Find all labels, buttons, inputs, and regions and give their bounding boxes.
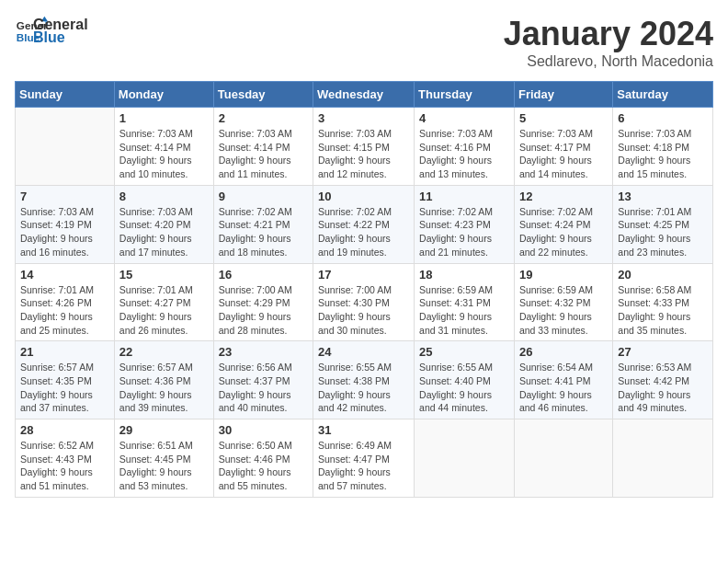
calendar-cell: 12Sunrise: 7:02 AMSunset: 4:24 PMDayligh… <box>514 185 612 263</box>
day-info: Sunrise: 6:53 AMSunset: 4:42 PMDaylight:… <box>618 361 708 415</box>
calendar-cell: 10Sunrise: 7:02 AMSunset: 4:22 PMDayligh… <box>313 185 415 263</box>
day-info: Sunrise: 7:03 AMSunset: 4:19 PMDaylight:… <box>20 205 109 259</box>
day-info: Sunrise: 6:49 AMSunset: 4:47 PMDaylight:… <box>318 439 409 493</box>
calendar-week-row: 28Sunrise: 6:52 AMSunset: 4:43 PMDayligh… <box>16 419 713 498</box>
calendar-week-row: 7Sunrise: 7:03 AMSunset: 4:19 PMDaylight… <box>16 185 713 263</box>
calendar-cell: 2Sunrise: 7:03 AMSunset: 4:14 PMDaylight… <box>213 108 313 186</box>
calendar-cell: 7Sunrise: 7:03 AMSunset: 4:19 PMDaylight… <box>16 185 115 263</box>
calendar-cell: 22Sunrise: 6:57 AMSunset: 4:36 PMDayligh… <box>114 341 213 419</box>
weekday-header-saturday: Saturday <box>613 82 713 108</box>
day-info: Sunrise: 6:55 AMSunset: 4:38 PMDaylight:… <box>318 361 409 415</box>
weekday-header-thursday: Thursday <box>415 82 515 108</box>
day-number: 23 <box>219 345 308 359</box>
day-number: 10 <box>318 190 409 203</box>
calendar-cell <box>16 108 115 186</box>
day-number: 12 <box>519 190 608 203</box>
calendar-cell <box>415 419 515 498</box>
day-number: 4 <box>419 111 509 125</box>
day-info: Sunrise: 6:59 AMSunset: 4:32 PMDaylight:… <box>519 283 608 338</box>
weekday-header-tuesday: Tuesday <box>213 82 313 108</box>
day-info: Sunrise: 6:58 AMSunset: 4:33 PMDaylight:… <box>618 283 708 338</box>
calendar-cell: 14Sunrise: 7:01 AMSunset: 4:26 PMDayligh… <box>16 263 115 341</box>
calendar-cell: 25Sunrise: 6:55 AMSunset: 4:40 PMDayligh… <box>415 341 515 419</box>
day-info: Sunrise: 7:03 AMSunset: 4:17 PMDaylight:… <box>519 127 608 181</box>
weekday-header-row: SundayMondayTuesdayWednesdayThursdayFrid… <box>16 82 713 108</box>
day-number: 26 <box>519 345 608 359</box>
day-info: Sunrise: 7:02 AMSunset: 4:22 PMDaylight:… <box>318 205 409 259</box>
day-number: 11 <box>419 190 509 203</box>
calendar-cell: 5Sunrise: 7:03 AMSunset: 4:17 PMDaylight… <box>514 108 612 186</box>
day-number: 3 <box>318 111 409 125</box>
calendar-cell: 19Sunrise: 6:59 AMSunset: 4:32 PMDayligh… <box>514 263 612 341</box>
day-info: Sunrise: 7:00 AMSunset: 4:30 PMDaylight:… <box>318 283 409 338</box>
logo: General Blue General Blue <box>15 15 88 48</box>
calendar-cell <box>514 419 612 498</box>
day-info: Sunrise: 6:55 AMSunset: 4:40 PMDaylight:… <box>419 361 509 415</box>
calendar-table: SundayMondayTuesdayWednesdayThursdayFrid… <box>15 81 713 498</box>
day-info: Sunrise: 6:57 AMSunset: 4:35 PMDaylight:… <box>20 361 109 415</box>
day-number: 6 <box>618 111 708 125</box>
calendar-cell: 9Sunrise: 7:02 AMSunset: 4:21 PMDaylight… <box>213 185 313 263</box>
day-info: Sunrise: 7:03 AMSunset: 4:15 PMDaylight:… <box>318 127 409 181</box>
day-info: Sunrise: 7:01 AMSunset: 4:26 PMDaylight:… <box>20 283 109 338</box>
day-info: Sunrise: 6:52 AMSunset: 4:43 PMDaylight:… <box>20 439 109 493</box>
day-info: Sunrise: 6:54 AMSunset: 4:41 PMDaylight:… <box>519 361 608 415</box>
day-info: Sunrise: 6:51 AMSunset: 4:45 PMDaylight:… <box>119 439 209 493</box>
day-number: 27 <box>618 345 708 359</box>
calendar-cell: 29Sunrise: 6:51 AMSunset: 4:45 PMDayligh… <box>114 419 213 498</box>
day-info: Sunrise: 7:03 AMSunset: 4:16 PMDaylight:… <box>419 127 509 181</box>
day-number: 2 <box>219 111 308 125</box>
day-info: Sunrise: 6:57 AMSunset: 4:36 PMDaylight:… <box>119 361 209 415</box>
calendar-cell: 27Sunrise: 6:53 AMSunset: 4:42 PMDayligh… <box>613 341 713 419</box>
logo-blue: Blue <box>33 29 88 46</box>
day-number: 18 <box>419 268 509 282</box>
day-number: 5 <box>519 111 608 125</box>
day-number: 25 <box>419 345 509 359</box>
calendar-cell: 15Sunrise: 7:01 AMSunset: 4:27 PMDayligh… <box>114 263 213 341</box>
day-info: Sunrise: 6:56 AMSunset: 4:37 PMDaylight:… <box>219 361 308 415</box>
day-number: 22 <box>119 345 209 359</box>
day-number: 30 <box>219 423 308 437</box>
weekday-header-friday: Friday <box>514 82 612 108</box>
day-info: Sunrise: 7:02 AMSunset: 4:23 PMDaylight:… <box>419 205 509 259</box>
calendar-cell: 31Sunrise: 6:49 AMSunset: 4:47 PMDayligh… <box>313 419 415 498</box>
calendar-cell: 16Sunrise: 7:00 AMSunset: 4:29 PMDayligh… <box>213 263 313 341</box>
day-info: Sunrise: 7:00 AMSunset: 4:29 PMDaylight:… <box>219 283 308 338</box>
calendar-cell: 23Sunrise: 6:56 AMSunset: 4:37 PMDayligh… <box>213 341 313 419</box>
day-number: 20 <box>618 268 708 282</box>
day-number: 29 <box>119 423 209 437</box>
day-number: 1 <box>119 111 209 125</box>
calendar-cell: 17Sunrise: 7:00 AMSunset: 4:30 PMDayligh… <box>313 263 415 341</box>
day-info: Sunrise: 7:03 AMSunset: 4:14 PMDaylight:… <box>219 127 308 181</box>
calendar-cell: 4Sunrise: 7:03 AMSunset: 4:16 PMDaylight… <box>415 108 515 186</box>
calendar-cell: 1Sunrise: 7:03 AMSunset: 4:14 PMDaylight… <box>114 108 213 186</box>
calendar-cell: 13Sunrise: 7:01 AMSunset: 4:25 PMDayligh… <box>613 185 713 263</box>
day-number: 19 <box>519 268 608 282</box>
calendar-cell: 30Sunrise: 6:50 AMSunset: 4:46 PMDayligh… <box>213 419 313 498</box>
day-number: 15 <box>119 268 209 282</box>
calendar-cell: 8Sunrise: 7:03 AMSunset: 4:20 PMDaylight… <box>114 185 213 263</box>
day-number: 21 <box>20 345 109 359</box>
day-number: 14 <box>20 268 109 282</box>
day-info: Sunrise: 7:02 AMSunset: 4:21 PMDaylight:… <box>219 205 308 259</box>
calendar-cell: 20Sunrise: 6:58 AMSunset: 4:33 PMDayligh… <box>613 263 713 341</box>
day-number: 24 <box>318 345 409 359</box>
day-info: Sunrise: 6:50 AMSunset: 4:46 PMDaylight:… <box>219 439 308 493</box>
calendar-cell: 28Sunrise: 6:52 AMSunset: 4:43 PMDayligh… <box>16 419 115 498</box>
day-info: Sunrise: 7:02 AMSunset: 4:24 PMDaylight:… <box>519 205 608 259</box>
day-info: Sunrise: 7:01 AMSunset: 4:25 PMDaylight:… <box>618 205 708 259</box>
calendar-cell: 24Sunrise: 6:55 AMSunset: 4:38 PMDayligh… <box>313 341 415 419</box>
calendar-cell: 21Sunrise: 6:57 AMSunset: 4:35 PMDayligh… <box>16 341 115 419</box>
calendar-week-row: 21Sunrise: 6:57 AMSunset: 4:35 PMDayligh… <box>16 341 713 419</box>
calendar-cell: 11Sunrise: 7:02 AMSunset: 4:23 PMDayligh… <box>415 185 515 263</box>
calendar-cell: 3Sunrise: 7:03 AMSunset: 4:15 PMDaylight… <box>313 108 415 186</box>
day-info: Sunrise: 7:03 AMSunset: 4:14 PMDaylight:… <box>119 127 209 181</box>
title-area: January 2024 Sedlarevo, North Macedonia <box>504 15 713 70</box>
calendar-week-row: 1Sunrise: 7:03 AMSunset: 4:14 PMDaylight… <box>16 108 713 186</box>
day-info: Sunrise: 7:01 AMSunset: 4:27 PMDaylight:… <box>119 283 209 338</box>
calendar-cell: 6Sunrise: 7:03 AMSunset: 4:18 PMDaylight… <box>613 108 713 186</box>
calendar-cell <box>613 419 713 498</box>
day-number: 16 <box>219 268 308 282</box>
weekday-header-sunday: Sunday <box>16 82 115 108</box>
day-number: 17 <box>318 268 409 282</box>
